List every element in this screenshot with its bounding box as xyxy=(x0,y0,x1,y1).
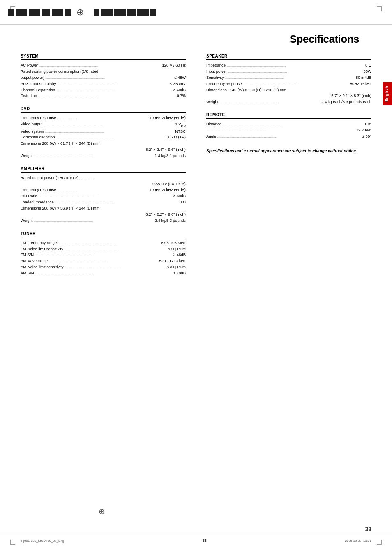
dots: ........................................… xyxy=(45,129,174,135)
spec-spk-dim-inch: 5.7" × 9.1" × 8.3" (inch) xyxy=(206,93,371,99)
spec-fm-sn: FM S/N .................................… xyxy=(21,252,186,258)
spec-value: 100Hz-20kHz (±1dB) xyxy=(149,187,186,193)
dots: ........................................… xyxy=(48,258,159,264)
spec-value: 1 Vp-p xyxy=(175,121,186,128)
dots: ........................................… xyxy=(35,252,173,258)
dots: ........................................… xyxy=(65,265,166,270)
spec-value: NTSC xyxy=(175,129,186,135)
spec-label: Loaded impedance xyxy=(21,199,54,205)
spec-value: 520 - 1710 kHz xyxy=(159,258,186,264)
spec-dvd-freq: Frequency response .....................… xyxy=(21,115,186,121)
dots: ........................................… xyxy=(225,75,355,81)
spec-distortion: Distortion .............................… xyxy=(21,93,186,99)
bar-block-6 xyxy=(65,9,71,16)
spec-value: ≤ 48W xyxy=(175,75,186,81)
dots: ........................................… xyxy=(55,200,179,205)
spec-label: Horizontal definition xyxy=(21,134,55,140)
page-number: 33 xyxy=(365,526,371,532)
spec-value: ≥ 500 (TV) xyxy=(167,134,186,140)
spec-dvd-video-out: Video output ...........................… xyxy=(21,121,186,128)
system-header: SYSTEM xyxy=(21,54,186,60)
dvd-header: DVD xyxy=(21,106,186,113)
spec-label: AC Power xyxy=(21,62,38,69)
page: ⊕ English Specifications SYSTEM AC Power xyxy=(0,0,392,555)
spec-label: FM Noise limit sensitivity xyxy=(21,246,63,252)
dots: ........................................… xyxy=(39,63,161,69)
spec-remote-feet: ........................................… xyxy=(206,127,371,134)
spec-value: 120 V / 60 Hz xyxy=(162,62,186,69)
bar-block-r3 xyxy=(114,9,126,16)
spec-spk-sens: Sensitivity ............................… xyxy=(206,75,371,81)
spec-label: Channel Separation xyxy=(21,87,55,93)
dots: ........................................… xyxy=(228,69,363,75)
spec-value: ≤ 350mV xyxy=(170,81,186,87)
bottom-bar: pg001-038_MCD700_37_Eng 33 2005.10.28, 1… xyxy=(0,535,392,543)
spec-label: Frequency response xyxy=(206,81,242,87)
spec-rated-label: Rated working power consumption (1/8 rat… xyxy=(21,69,186,75)
bar-block-1 xyxy=(8,9,14,16)
dots: ........................................… xyxy=(58,240,160,246)
spec-value: 87.5-108 MHz xyxy=(161,240,186,246)
page-title: Specifications xyxy=(21,33,371,46)
tuner-header: TUNER xyxy=(21,231,186,237)
spec-value: ≤ 20μ V/M xyxy=(168,246,186,252)
spec-dvd-weight: Weight .................................… xyxy=(21,153,186,159)
right-column: SPEAKER Impedance ......................… xyxy=(202,54,371,276)
spec-value: 6 m xyxy=(365,121,371,127)
spec-spk-freq: Frequency response .....................… xyxy=(206,81,371,87)
top-bar: ⊕ xyxy=(0,0,392,25)
spec-fm-noise: FM Noise limit sensitivity .............… xyxy=(21,246,186,252)
spec-amp-dim-inch: 8.2" × 2.2" × 9.6" (inch) xyxy=(21,212,186,218)
top-bar-left: ⊕ xyxy=(0,0,193,24)
spec-value: ± 30° xyxy=(362,134,371,140)
dots: ........................................… xyxy=(38,193,173,199)
spec-label: AUX input sensitivity xyxy=(21,81,56,87)
notice-text: Specifications and external appearance a… xyxy=(206,148,371,154)
spec-amp-rated-val: 22W × 2 (8Ω 1kHz) xyxy=(21,181,186,187)
spec-label: Weight xyxy=(206,99,218,105)
spec-am-sn: AM S/N .................................… xyxy=(21,270,186,276)
spec-label: Frequency response xyxy=(21,187,56,193)
spec-value: 8 Ω xyxy=(180,199,186,205)
dots: ........................................… xyxy=(207,128,355,134)
bar-block-r5 xyxy=(137,9,149,16)
bottom-right-text: 2005.10.28, 13:31 xyxy=(345,539,371,543)
spec-value: ≤ 3.0μ V/m xyxy=(167,264,186,270)
spec-amp-sn: S/N Ratio ..............................… xyxy=(21,193,186,199)
spec-channel-sep: Channel Separation .....................… xyxy=(21,87,186,93)
left-column: SYSTEM AC Power ........................… xyxy=(21,54,190,276)
spec-remote-dist: Distance ...............................… xyxy=(206,121,371,127)
spec-value: ≥ 40dB xyxy=(173,87,186,93)
spec-label: AM wave range xyxy=(21,258,48,264)
spec-dvd-dim-label: Dimensions 208 (W) × 61.7 (H) × 244 (D) … xyxy=(21,140,186,147)
spec-value: 8 Ω xyxy=(365,62,371,69)
bottom-left-text: pg001-038_MCD700_37_Eng xyxy=(21,539,64,543)
bar-block-r4 xyxy=(127,9,136,16)
bar-block-3 xyxy=(29,9,40,16)
remote-header: REMOTE xyxy=(206,113,371,119)
spec-label: Distortion xyxy=(21,93,37,99)
bar-block-2 xyxy=(16,9,27,16)
spec-label: Weight xyxy=(21,218,32,224)
spec-aux: AUX input sensitivity ..................… xyxy=(21,81,186,87)
spec-value: 19.7 feet xyxy=(356,127,371,134)
dots: ........................................… xyxy=(35,271,173,276)
spec-label: Angle xyxy=(206,134,216,140)
spec-amp-rated: Rated output power (THD = 10%) .........… xyxy=(21,175,186,181)
bar-block-r6 xyxy=(150,9,156,16)
spec-am-wave: AM wave range ..........................… xyxy=(21,258,186,264)
spec-dvd-horiz: Horizontal definition ..................… xyxy=(21,134,186,140)
spec-value: 2.4 kg each/5.3 pounds each xyxy=(321,99,371,105)
spec-amp-freq: Frequency response .....................… xyxy=(21,187,186,193)
spec-label: output power) xyxy=(21,75,44,81)
dots: ........................................… xyxy=(33,218,154,224)
dots: ........................................… xyxy=(57,81,169,87)
dots: ........................................… xyxy=(219,99,321,105)
spec-fm-freq: FM Frequency range .....................… xyxy=(21,240,186,246)
dots: ........................................… xyxy=(222,122,364,127)
spec-spk-weight: Weight .................................… xyxy=(206,99,371,105)
spec-amp-imp: Loaded impedance .......................… xyxy=(21,199,186,205)
dots: ........................................… xyxy=(33,153,154,159)
two-column-layout: SYSTEM AC Power ........................… xyxy=(21,54,371,276)
spec-label: FM S/N xyxy=(21,252,34,258)
